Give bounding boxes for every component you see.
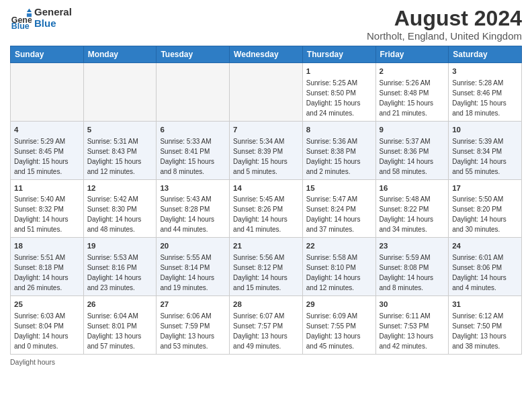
day-info: Sunrise: 6:04 AM Sunset: 8:01 PM Dayligh… xyxy=(87,311,153,351)
calendar-week-1: 4Sunrise: 5:29 AM Sunset: 8:45 PM Daylig… xyxy=(11,121,522,179)
calendar-cell: 29Sunrise: 6:09 AM Sunset: 7:55 PM Dayli… xyxy=(302,295,375,354)
calendar-cell: 22Sunrise: 5:58 AM Sunset: 8:10 PM Dayli… xyxy=(302,238,375,296)
svg-text:Blue: Blue xyxy=(11,21,30,29)
day-info: Sunrise: 5:26 AM Sunset: 8:48 PM Dayligh… xyxy=(380,78,445,118)
calendar-cell: 16Sunrise: 5:48 AM Sunset: 8:22 PM Dayli… xyxy=(375,179,449,238)
day-info: Sunrise: 5:34 AM Sunset: 8:39 PM Dayligh… xyxy=(233,136,299,177)
calendar-cell xyxy=(230,63,303,122)
day-info: Sunrise: 6:01 AM Sunset: 8:06 PM Dayligh… xyxy=(452,253,518,293)
day-info: Sunrise: 5:51 AM Sunset: 8:18 PM Dayligh… xyxy=(14,253,80,293)
day-number: 23 xyxy=(380,240,445,252)
calendar-cell: 10Sunrise: 5:39 AM Sunset: 8:34 PM Dayli… xyxy=(449,121,522,179)
calendar-cell: 21Sunrise: 5:56 AM Sunset: 8:12 PM Dayli… xyxy=(230,238,303,296)
calendar-cell: 3Sunrise: 5:28 AM Sunset: 8:46 PM Daylig… xyxy=(449,63,522,122)
day-info: Sunrise: 6:09 AM Sunset: 7:55 PM Dayligh… xyxy=(306,311,372,351)
calendar-cell: 23Sunrise: 5:59 AM Sunset: 8:08 PM Dayli… xyxy=(375,238,449,296)
day-number: 24 xyxy=(452,240,518,252)
svg-marker-2 xyxy=(27,8,32,11)
day-number: 26 xyxy=(87,299,153,310)
calendar-cell: 27Sunrise: 6:06 AM Sunset: 7:59 PM Dayli… xyxy=(157,295,230,354)
day-info: Sunrise: 5:48 AM Sunset: 8:22 PM Dayligh… xyxy=(380,194,445,234)
day-number: 4 xyxy=(14,124,80,136)
day-info: Sunrise: 5:28 AM Sunset: 8:46 PM Dayligh… xyxy=(452,78,518,118)
calendar-cell xyxy=(157,63,230,122)
calendar-cell: 9Sunrise: 5:37 AM Sunset: 8:36 PM Daylig… xyxy=(375,121,449,179)
day-info: Sunrise: 6:11 AM Sunset: 7:53 PM Dayligh… xyxy=(380,311,445,351)
col-header-thursday: Thursday xyxy=(302,46,375,63)
day-info: Sunrise: 5:56 AM Sunset: 8:12 PM Dayligh… xyxy=(233,253,299,293)
day-number: 9 xyxy=(380,124,445,136)
location: Northolt, England, United Kingdom xyxy=(367,30,522,42)
day-number: 6 xyxy=(160,124,226,136)
logo-text-general: General xyxy=(34,7,72,18)
day-number: 25 xyxy=(14,299,80,310)
day-info: Sunrise: 5:53 AM Sunset: 8:16 PM Dayligh… xyxy=(87,253,153,293)
day-info: Sunrise: 5:45 AM Sunset: 8:26 PM Dayligh… xyxy=(233,194,299,234)
calendar-header-row: SundayMondayTuesdayWednesdayThursdayFrid… xyxy=(11,46,522,63)
calendar-cell: 13Sunrise: 5:43 AM Sunset: 8:28 PM Dayli… xyxy=(157,179,230,238)
col-header-wednesday: Wednesday xyxy=(230,46,303,63)
calendar-week-3: 18Sunrise: 5:51 AM Sunset: 8:18 PM Dayli… xyxy=(11,238,522,296)
day-info: Sunrise: 5:50 AM Sunset: 8:20 PM Dayligh… xyxy=(452,194,518,234)
calendar-week-4: 25Sunrise: 6:03 AM Sunset: 8:04 PM Dayli… xyxy=(11,295,522,354)
day-number: 3 xyxy=(452,66,518,77)
calendar-cell: 7Sunrise: 5:34 AM Sunset: 8:39 PM Daylig… xyxy=(230,121,303,179)
calendar-cell: 31Sunrise: 6:12 AM Sunset: 7:50 PM Dayli… xyxy=(449,295,522,354)
col-header-monday: Monday xyxy=(83,46,157,63)
day-info: Sunrise: 6:12 AM Sunset: 7:50 PM Dayligh… xyxy=(452,311,518,351)
day-info: Sunrise: 5:39 AM Sunset: 8:34 PM Dayligh… xyxy=(452,136,518,177)
title-block: August 2024 Northolt, England, United Ki… xyxy=(367,7,522,42)
logo: General Blue General Blue xyxy=(10,7,72,29)
calendar-cell: 2Sunrise: 5:26 AM Sunset: 8:48 PM Daylig… xyxy=(375,63,449,122)
day-info: Sunrise: 5:40 AM Sunset: 8:32 PM Dayligh… xyxy=(14,194,80,234)
header: General Blue General Blue August 2024 No… xyxy=(10,7,522,42)
calendar-cell: 30Sunrise: 6:11 AM Sunset: 7:53 PM Dayli… xyxy=(375,295,449,354)
day-info: Sunrise: 5:55 AM Sunset: 8:14 PM Dayligh… xyxy=(160,253,226,293)
day-info: Sunrise: 5:47 AM Sunset: 8:24 PM Dayligh… xyxy=(306,194,372,234)
calendar-cell: 1Sunrise: 5:25 AM Sunset: 8:50 PM Daylig… xyxy=(302,63,375,122)
day-info: Sunrise: 6:03 AM Sunset: 8:04 PM Dayligh… xyxy=(14,311,80,351)
day-number: 15 xyxy=(306,183,372,194)
col-header-sunday: Sunday xyxy=(11,46,84,63)
calendar-cell: 6Sunrise: 5:33 AM Sunset: 8:41 PM Daylig… xyxy=(157,121,230,179)
day-info: Sunrise: 6:07 AM Sunset: 7:57 PM Dayligh… xyxy=(233,311,299,351)
col-header-friday: Friday xyxy=(375,46,449,63)
day-info: Sunrise: 5:25 AM Sunset: 8:50 PM Dayligh… xyxy=(306,78,372,118)
day-number: 29 xyxy=(306,299,372,310)
day-info: Sunrise: 5:29 AM Sunset: 8:45 PM Dayligh… xyxy=(14,136,80,177)
col-header-tuesday: Tuesday xyxy=(157,46,230,63)
day-info: Sunrise: 5:59 AM Sunset: 8:08 PM Dayligh… xyxy=(380,253,445,293)
calendar-table: SundayMondayTuesdayWednesdayThursdayFrid… xyxy=(10,46,522,354)
day-number: 21 xyxy=(233,240,299,252)
day-number: 1 xyxy=(306,66,372,77)
calendar-cell: 20Sunrise: 5:55 AM Sunset: 8:14 PM Dayli… xyxy=(157,238,230,296)
day-number: 17 xyxy=(452,183,518,194)
day-number: 13 xyxy=(160,183,226,194)
calendar-cell: 4Sunrise: 5:29 AM Sunset: 8:45 PM Daylig… xyxy=(11,121,84,179)
day-number: 14 xyxy=(233,183,299,194)
day-number: 31 xyxy=(452,299,518,310)
calendar-cell: 25Sunrise: 6:03 AM Sunset: 8:04 PM Dayli… xyxy=(11,295,84,354)
calendar-cell: 24Sunrise: 6:01 AM Sunset: 8:06 PM Dayli… xyxy=(449,238,522,296)
day-number: 22 xyxy=(306,240,372,252)
day-number: 16 xyxy=(380,183,445,194)
calendar-cell: 11Sunrise: 5:40 AM Sunset: 8:32 PM Dayli… xyxy=(11,179,84,238)
calendar-cell: 12Sunrise: 5:42 AM Sunset: 8:30 PM Dayli… xyxy=(83,179,157,238)
calendar-cell: 18Sunrise: 5:51 AM Sunset: 8:18 PM Dayli… xyxy=(11,238,84,296)
day-number: 5 xyxy=(87,124,153,136)
calendar-cell: 5Sunrise: 5:31 AM Sunset: 8:43 PM Daylig… xyxy=(83,121,157,179)
day-number: 12 xyxy=(87,183,153,194)
day-number: 2 xyxy=(380,66,445,77)
day-number: 28 xyxy=(233,299,299,310)
day-number: 10 xyxy=(452,124,518,136)
day-number: 27 xyxy=(160,299,226,310)
day-info: Sunrise: 5:42 AM Sunset: 8:30 PM Dayligh… xyxy=(87,194,153,234)
calendar-cell: 14Sunrise: 5:45 AM Sunset: 8:26 PM Dayli… xyxy=(230,179,303,238)
footer-note: Daylight hours xyxy=(10,358,522,366)
day-info: Sunrise: 5:31 AM Sunset: 8:43 PM Dayligh… xyxy=(87,136,153,177)
calendar-cell: 17Sunrise: 5:50 AM Sunset: 8:20 PM Dayli… xyxy=(449,179,522,238)
calendar-week-2: 11Sunrise: 5:40 AM Sunset: 8:32 PM Dayli… xyxy=(11,179,522,238)
page: General Blue General Blue August 2024 No… xyxy=(0,0,532,411)
day-info: Sunrise: 5:58 AM Sunset: 8:10 PM Dayligh… xyxy=(306,253,372,293)
col-header-saturday: Saturday xyxy=(449,46,522,63)
